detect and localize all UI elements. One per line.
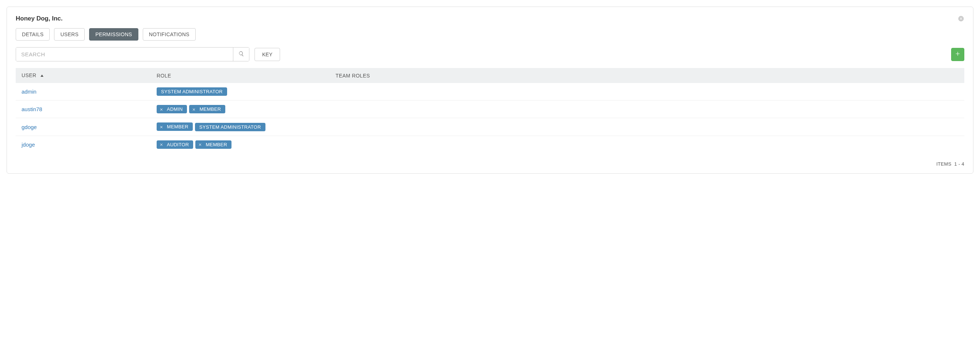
role-badge: MEMBER [189, 105, 225, 113]
toolbar: KEY [16, 47, 964, 61]
items-range: 1 - 4 [954, 161, 964, 167]
table-row: adminSYSTEM ADMINISTRATOR [16, 83, 964, 101]
tab-notifications[interactable]: NOTIFICATIONS [143, 28, 196, 41]
permissions-panel: Honey Dog, Inc. DETAILSUSERSPERMISSIONSN… [6, 6, 974, 174]
remove-role-icon[interactable] [159, 107, 163, 111]
remove-role-icon[interactable] [159, 125, 163, 129]
tab-details[interactable]: DETAILS [16, 28, 50, 41]
role-label: SYSTEM ADMINISTRATOR [161, 89, 223, 94]
role-badge: SYSTEM ADMINISTRATOR [195, 123, 266, 131]
role-badge: ADMIN [157, 105, 187, 113]
add-button[interactable] [951, 48, 964, 61]
role-badge: MEMBER [157, 123, 193, 131]
role-label: MEMBER [205, 142, 227, 147]
role-label: SYSTEM ADMINISTRATOR [199, 124, 261, 130]
role-badge: SYSTEM ADMINISTRATOR [157, 87, 227, 96]
column-header-team-roles-label: TEAM ROLES [336, 73, 370, 78]
panel-title: Honey Dog, Inc. [16, 15, 62, 22]
search-group [16, 47, 250, 61]
role-badge: MEMBER [195, 140, 231, 149]
column-header-role[interactable]: ROLE [151, 68, 330, 83]
user-link[interactable]: gdoge [22, 124, 37, 130]
search-button[interactable] [233, 48, 249, 61]
sort-asc-icon [40, 73, 44, 78]
tab-permissions[interactable]: PERMISSIONS [89, 28, 138, 41]
team-roles-cell [330, 136, 964, 153]
key-button[interactable]: KEY [255, 48, 280, 61]
tab-bar: DETAILSUSERSPERMISSIONSNOTIFICATIONS [16, 28, 964, 41]
role-label: ADMIN [167, 106, 183, 112]
remove-role-icon[interactable] [159, 142, 163, 146]
table-row: austin78ADMINMEMBER [16, 101, 964, 118]
remove-role-icon[interactable] [192, 107, 196, 111]
column-header-team-roles[interactable]: TEAM ROLES [330, 68, 964, 83]
user-link[interactable]: jdoge [22, 142, 35, 148]
user-link[interactable]: admin [22, 88, 37, 95]
panel-header: Honey Dog, Inc. [16, 15, 964, 22]
table-row: jdogeAUDITORMEMBER [16, 136, 964, 153]
remove-role-icon[interactable] [198, 142, 202, 146]
role-badge: AUDITOR [157, 140, 193, 149]
role-label: MEMBER [199, 106, 221, 112]
column-header-user[interactable]: USER [16, 68, 151, 83]
role-label: MEMBER [167, 124, 188, 129]
search-icon [239, 51, 244, 58]
search-input[interactable] [16, 48, 233, 61]
items-label: ITEMS [936, 161, 951, 167]
plus-icon [955, 51, 960, 57]
column-header-user-label: USER [22, 72, 37, 78]
team-roles-cell [330, 118, 964, 136]
team-roles-cell [330, 83, 964, 101]
table-footer: ITEMS 1 - 4 [16, 153, 964, 167]
table-row: gdogeMEMBERSYSTEM ADMINISTRATOR [16, 118, 964, 136]
team-roles-cell [330, 101, 964, 118]
column-header-role-label: ROLE [157, 73, 171, 78]
close-icon[interactable] [958, 15, 964, 22]
user-link[interactable]: austin78 [22, 106, 42, 112]
role-label: AUDITOR [167, 142, 189, 147]
permissions-table: USER ROLE TEAM ROLES adminSYSTEM ADMINIS… [16, 68, 964, 153]
tab-users[interactable]: USERS [54, 28, 85, 41]
